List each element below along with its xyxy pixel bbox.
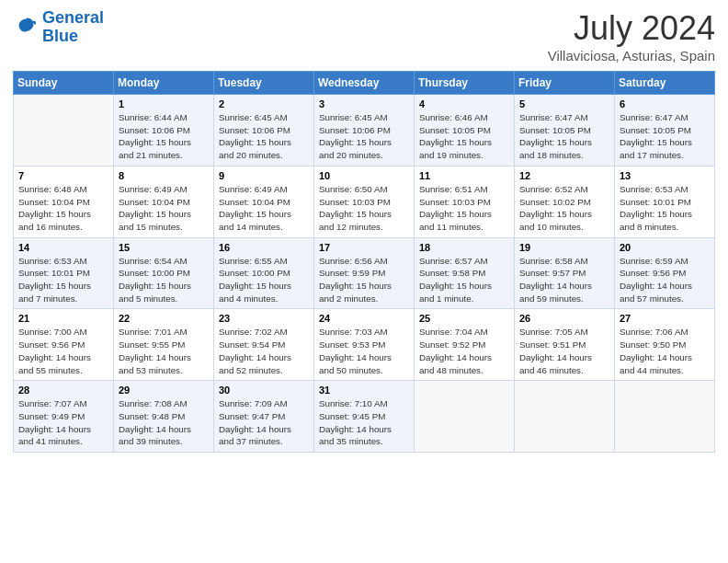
- calendar-cell: 16Sunrise: 6:55 AM Sunset: 10:00 PM Dayl…: [214, 237, 314, 309]
- day-info: Sunrise: 6:45 AM Sunset: 10:06 PM Daylig…: [219, 111, 309, 162]
- day-number: 15: [119, 242, 209, 253]
- day-number: 8: [119, 170, 209, 181]
- day-number: 17: [319, 242, 409, 253]
- calendar-cell: [14, 95, 114, 167]
- calendar-cell: 26Sunrise: 7:05 AM Sunset: 9:51 PM Dayli…: [515, 309, 615, 381]
- calendar-cell: 3Sunrise: 6:45 AM Sunset: 10:06 PM Dayli…: [314, 95, 415, 167]
- day-number: 13: [620, 170, 710, 181]
- day-info: Sunrise: 7:00 AM Sunset: 9:56 PM Dayligh…: [18, 326, 108, 376]
- page: General Blue July 2024 Villaviciosa, Ast…: [0, 0, 728, 462]
- col-saturday: Saturday: [615, 72, 715, 95]
- day-number: 14: [18, 242, 108, 253]
- calendar-cell: 31Sunrise: 7:10 AM Sunset: 9:45 PM Dayli…: [314, 381, 415, 453]
- calendar-cell: 23Sunrise: 7:02 AM Sunset: 9:54 PM Dayli…: [214, 309, 314, 381]
- calendar-cell: [515, 381, 615, 453]
- day-number: 5: [519, 98, 609, 109]
- day-number: 11: [419, 170, 509, 181]
- day-info: Sunrise: 7:07 AM Sunset: 9:49 PM Dayligh…: [18, 397, 108, 448]
- calendar-week-5: 28Sunrise: 7:07 AM Sunset: 9:49 PM Dayli…: [14, 381, 715, 453]
- day-number: 29: [119, 385, 209, 396]
- day-number: 22: [119, 313, 209, 324]
- day-info: Sunrise: 6:47 AM Sunset: 10:05 PM Daylig…: [620, 111, 710, 162]
- day-number: 27: [620, 313, 710, 324]
- day-number: 16: [219, 242, 309, 253]
- col-wednesday: Wednesday: [314, 72, 415, 95]
- calendar-week-1: 1Sunrise: 6:44 AM Sunset: 10:06 PM Dayli…: [14, 95, 715, 167]
- col-friday: Friday: [515, 72, 615, 95]
- col-thursday: Thursday: [415, 72, 515, 95]
- calendar-body: 1Sunrise: 6:44 AM Sunset: 10:06 PM Dayli…: [14, 95, 715, 453]
- day-info: Sunrise: 7:08 AM Sunset: 9:48 PM Dayligh…: [119, 397, 209, 448]
- calendar-cell: 30Sunrise: 7:09 AM Sunset: 9:47 PM Dayli…: [214, 381, 314, 453]
- day-info: Sunrise: 6:54 AM Sunset: 10:00 PM Daylig…: [119, 255, 209, 305]
- day-number: 30: [219, 385, 309, 396]
- calendar-cell: 4Sunrise: 6:46 AM Sunset: 10:05 PM Dayli…: [415, 95, 515, 167]
- calendar-week-4: 21Sunrise: 7:00 AM Sunset: 9:56 PM Dayli…: [14, 309, 715, 381]
- logo-icon: [13, 15, 39, 40]
- header-row: Sunday Monday Tuesday Wednesday Thursday…: [14, 72, 715, 95]
- day-info: Sunrise: 7:05 AM Sunset: 9:51 PM Dayligh…: [519, 326, 609, 376]
- calendar-cell: 9Sunrise: 6:49 AM Sunset: 10:04 PM Dayli…: [214, 166, 314, 237]
- header: General Blue July 2024 Villaviciosa, Ast…: [13, 9, 715, 63]
- day-number: 24: [319, 313, 409, 324]
- calendar-cell: 22Sunrise: 7:01 AM Sunset: 9:55 PM Dayli…: [114, 309, 214, 381]
- day-info: Sunrise: 6:58 AM Sunset: 9:57 PM Dayligh…: [519, 255, 609, 305]
- calendar-table: Sunday Monday Tuesday Wednesday Thursday…: [13, 71, 715, 453]
- calendar-cell: 27Sunrise: 7:06 AM Sunset: 9:50 PM Dayli…: [615, 309, 715, 381]
- day-number: 10: [319, 170, 409, 181]
- day-info: Sunrise: 7:06 AM Sunset: 9:50 PM Dayligh…: [620, 326, 710, 376]
- calendar-cell: 2Sunrise: 6:45 AM Sunset: 10:06 PM Dayli…: [214, 95, 314, 167]
- calendar-cell: 25Sunrise: 7:04 AM Sunset: 9:52 PM Dayli…: [415, 309, 515, 381]
- calendar-cell: 20Sunrise: 6:59 AM Sunset: 9:56 PM Dayli…: [615, 237, 715, 309]
- calendar-cell: 18Sunrise: 6:57 AM Sunset: 9:58 PM Dayli…: [415, 237, 515, 309]
- day-info: Sunrise: 6:56 AM Sunset: 9:59 PM Dayligh…: [319, 255, 409, 305]
- day-info: Sunrise: 6:55 AM Sunset: 10:00 PM Daylig…: [219, 255, 309, 305]
- calendar-cell: 14Sunrise: 6:53 AM Sunset: 10:01 PM Dayl…: [14, 237, 114, 309]
- col-tuesday: Tuesday: [214, 72, 314, 95]
- day-info: Sunrise: 6:46 AM Sunset: 10:05 PM Daylig…: [419, 111, 509, 162]
- day-number: 1: [119, 98, 209, 109]
- title-block: July 2024 Villaviciosa, Asturias, Spain: [548, 9, 715, 63]
- logo-line1: General: [42, 8, 104, 27]
- day-info: Sunrise: 6:52 AM Sunset: 10:02 PM Daylig…: [519, 183, 609, 234]
- logo-text: General Blue: [42, 9, 104, 46]
- month-title: July 2024: [548, 9, 715, 48]
- day-number: 23: [219, 313, 309, 324]
- calendar-cell: 7Sunrise: 6:48 AM Sunset: 10:04 PM Dayli…: [14, 166, 114, 237]
- calendar-cell: 13Sunrise: 6:53 AM Sunset: 10:01 PM Dayl…: [615, 166, 715, 237]
- day-info: Sunrise: 6:49 AM Sunset: 10:04 PM Daylig…: [219, 183, 309, 234]
- day-number: 7: [18, 170, 108, 181]
- calendar-week-3: 14Sunrise: 6:53 AM Sunset: 10:01 PM Dayl…: [14, 237, 715, 309]
- col-monday: Monday: [114, 72, 214, 95]
- day-info: Sunrise: 6:44 AM Sunset: 10:06 PM Daylig…: [119, 111, 209, 162]
- calendar-cell: 10Sunrise: 6:50 AM Sunset: 10:03 PM Dayl…: [314, 166, 415, 237]
- calendar-cell: 5Sunrise: 6:47 AM Sunset: 10:05 PM Dayli…: [515, 95, 615, 167]
- calendar-cell: 1Sunrise: 6:44 AM Sunset: 10:06 PM Dayli…: [114, 95, 214, 167]
- calendar-cell: 24Sunrise: 7:03 AM Sunset: 9:53 PM Dayli…: [314, 309, 415, 381]
- day-info: Sunrise: 7:04 AM Sunset: 9:52 PM Dayligh…: [419, 326, 509, 376]
- logo: General Blue: [13, 9, 104, 46]
- calendar-cell: 8Sunrise: 6:49 AM Sunset: 10:04 PM Dayli…: [114, 166, 214, 237]
- day-number: 26: [519, 313, 609, 324]
- day-info: Sunrise: 6:50 AM Sunset: 10:03 PM Daylig…: [319, 183, 409, 234]
- day-number: 3: [319, 98, 409, 109]
- calendar-cell: 21Sunrise: 7:00 AM Sunset: 9:56 PM Dayli…: [14, 309, 114, 381]
- day-info: Sunrise: 7:09 AM Sunset: 9:47 PM Dayligh…: [219, 397, 309, 448]
- calendar-week-2: 7Sunrise: 6:48 AM Sunset: 10:04 PM Dayli…: [14, 166, 715, 237]
- day-number: 12: [519, 170, 609, 181]
- day-info: Sunrise: 7:10 AM Sunset: 9:45 PM Dayligh…: [319, 397, 409, 448]
- calendar-cell: 28Sunrise: 7:07 AM Sunset: 9:49 PM Dayli…: [14, 381, 114, 453]
- day-number: 2: [219, 98, 309, 109]
- day-info: Sunrise: 7:02 AM Sunset: 9:54 PM Dayligh…: [219, 326, 309, 376]
- calendar-cell: 6Sunrise: 6:47 AM Sunset: 10:05 PM Dayli…: [615, 95, 715, 167]
- calendar-cell: 19Sunrise: 6:58 AM Sunset: 9:57 PM Dayli…: [515, 237, 615, 309]
- day-info: Sunrise: 7:03 AM Sunset: 9:53 PM Dayligh…: [319, 326, 409, 376]
- day-number: 21: [18, 313, 108, 324]
- calendar-header: Sunday Monday Tuesday Wednesday Thursday…: [14, 72, 715, 95]
- col-sunday: Sunday: [14, 72, 114, 95]
- day-info: Sunrise: 6:49 AM Sunset: 10:04 PM Daylig…: [119, 183, 209, 234]
- day-info: Sunrise: 6:48 AM Sunset: 10:04 PM Daylig…: [18, 183, 108, 234]
- day-info: Sunrise: 6:51 AM Sunset: 10:03 PM Daylig…: [419, 183, 509, 234]
- calendar-cell: 11Sunrise: 6:51 AM Sunset: 10:03 PM Dayl…: [415, 166, 515, 237]
- day-info: Sunrise: 7:01 AM Sunset: 9:55 PM Dayligh…: [119, 326, 209, 376]
